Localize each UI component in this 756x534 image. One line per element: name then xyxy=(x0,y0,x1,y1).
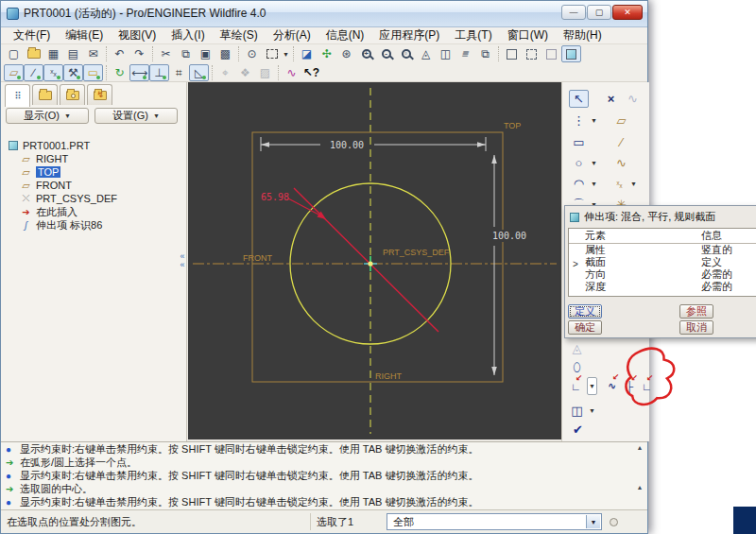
layers-icon[interactable]: ≡ xyxy=(454,45,478,62)
view-manager-icon[interactable]: ⧉ xyxy=(475,45,495,62)
tree-item-top[interactable]: ▱ TOP xyxy=(7,165,186,179)
element-row-depth[interactable]: 深度 必需的 xyxy=(569,281,756,293)
refit-icon[interactable]: ▫ xyxy=(396,45,416,62)
close-button[interactable]: ✕ xyxy=(612,5,643,20)
tab-model-tree[interactable]: ⠿ xyxy=(5,84,30,107)
menu-sketch[interactable]: 草绘(S) xyxy=(214,26,265,44)
arc-tool-icon[interactable]: ◠ xyxy=(569,175,589,193)
ok-button[interactable]: 确定 xyxy=(568,320,602,335)
tab-folder-browser[interactable] xyxy=(32,84,58,105)
menu-analysis[interactable]: 分析(A) xyxy=(266,26,318,44)
select-box-dropdown[interactable]: ▼ xyxy=(282,45,290,62)
trim-tool-dropdown[interactable]: ▼ xyxy=(587,377,597,395)
maximize-button[interactable]: ▢ xyxy=(587,5,611,20)
datum-point-dropdown[interactable]: ▼ xyxy=(628,175,639,193)
dimension-display-toggle-icon[interactable]: ⟷ xyxy=(129,64,149,81)
datum-plane-tool-icon[interactable]: ▱ xyxy=(611,112,631,129)
datum-planes-toggle-icon[interactable]: ▱ xyxy=(4,64,24,81)
refs-button[interactable]: 参照 xyxy=(679,304,713,319)
settings-button[interactable]: 设置(G)▼ xyxy=(94,108,178,124)
menu-window[interactable]: 窗口(W) xyxy=(501,26,555,44)
trim-divide-icon[interactable]: ∟↙ xyxy=(637,377,657,395)
arc-tool-dropdown[interactable]: ▼ xyxy=(589,175,599,193)
height-dimension-value[interactable]: 100.00 xyxy=(492,231,526,241)
constraint-display-toggle-icon[interactable]: ⊥ xyxy=(149,64,169,81)
spin-center-icon[interactable]: ✣ xyxy=(317,45,336,62)
menu-applications[interactable]: 应用程序(P) xyxy=(372,26,446,44)
circle-tool-icon[interactable]: ○ xyxy=(569,154,589,172)
sketch-canvas[interactable]: 100.00 100.00 65.98 TOP FRONT RIGHT PRT_… xyxy=(188,82,561,439)
find-icon[interactable]: ⊙ xyxy=(242,45,262,62)
minimize-button[interactable]: — xyxy=(561,5,586,20)
shaded-icon[interactable] xyxy=(561,45,581,62)
grid-toggle-icon[interactable]: ⌗ xyxy=(169,64,189,81)
print-icon[interactable]: ▤ xyxy=(63,45,83,62)
pick-from-list-icon[interactable]: ⊛ xyxy=(336,45,356,62)
spline-tool-icon[interactable]: ∿ xyxy=(611,154,631,172)
mirror-tool-dropdown[interactable]: ▼ xyxy=(587,402,597,420)
filter-dropdown-icon[interactable]: ▼ xyxy=(586,515,600,528)
datum-points-toggle-icon[interactable]: ˣₓ xyxy=(43,64,63,81)
reorient-icon[interactable]: ◬ xyxy=(416,45,436,62)
vertex-display-toggle-icon[interactable]: ◺ xyxy=(189,64,209,81)
rectangle-tool-icon[interactable]: ▭ xyxy=(569,133,589,151)
saved-views-icon[interactable]: ◫ xyxy=(436,45,455,62)
circle-tool-dropdown[interactable]: ▼ xyxy=(589,154,599,172)
highlighted-diagonal-line[interactable] xyxy=(294,188,438,332)
annotation-toggle-icon[interactable]: ▭ xyxy=(83,64,103,81)
tab-connections[interactable]: ↯ xyxy=(87,84,112,105)
diagonal-dimension-value[interactable]: 65.98 xyxy=(261,192,289,202)
tree-item-protrusion[interactable]: ʃ 伸出项 标识86 xyxy=(7,218,186,232)
height-dimension[interactable] xyxy=(491,155,497,375)
menu-edit[interactable]: 编辑(E) xyxy=(59,26,110,44)
paste-special-icon[interactable]: ▩ xyxy=(215,45,235,62)
datum-axis-tool-icon[interactable]: ∕ xyxy=(611,133,631,151)
delete-segment-icon[interactable]: × xyxy=(601,90,621,108)
tree-item-insert-here[interactable]: ➔ 在此插入 xyxy=(7,205,186,218)
wireframe-icon[interactable] xyxy=(502,45,522,62)
tree-item-right[interactable]: ▱ RIGHT xyxy=(7,152,186,165)
copy-icon[interactable]: ⧉ xyxy=(176,45,196,62)
trim-tool-icon[interactable]: ∟↙ xyxy=(566,377,586,395)
mirror-tool-icon[interactable]: ◫ xyxy=(567,402,587,420)
cancel-button[interactable]: 取消 xyxy=(679,320,713,335)
paste-icon[interactable]: ▣ xyxy=(196,45,215,62)
sketcher-palette-icon[interactable]: ∿ xyxy=(282,64,301,81)
show-button[interactable]: 显示(O)▼ xyxy=(6,108,89,124)
width-dimension-value[interactable]: 100.00 xyxy=(330,140,364,150)
menu-insert[interactable]: 插入(I) xyxy=(164,26,211,44)
tree-item-part[interactable]: PRT0001.PRT xyxy=(7,139,186,152)
no-hidden-icon[interactable] xyxy=(541,45,561,62)
new-icon[interactable]: ▢ xyxy=(4,45,24,62)
menu-help[interactable]: 帮助(H) xyxy=(557,26,609,44)
datum-point-tool-icon[interactable]: ˣₓ xyxy=(610,175,629,193)
select-box-icon[interactable] xyxy=(262,45,282,62)
datum-axes-toggle-icon[interactable]: ∕ xyxy=(24,64,43,81)
width-dimension[interactable] xyxy=(261,137,486,151)
tree-item-front[interactable]: ▱ FRONT xyxy=(7,179,186,192)
redo-icon[interactable]: ↷ xyxy=(129,45,149,62)
scroll-up-icon[interactable]: ▲ xyxy=(637,444,644,451)
zoom-in-icon[interactable]: + xyxy=(356,45,376,62)
zoom-out-icon[interactable]: - xyxy=(376,45,396,62)
repaint-icon[interactable]: ◪ xyxy=(297,45,317,62)
menu-file[interactable]: 文件(F) xyxy=(7,26,57,44)
menu-info[interactable]: 信息(N) xyxy=(319,26,371,44)
menu-tools[interactable]: 工具(T) xyxy=(448,26,498,44)
line-tool-dropdown[interactable]: ▼ xyxy=(589,112,599,129)
tab-favorites[interactable] xyxy=(60,84,85,105)
hidden-line-icon[interactable] xyxy=(522,45,541,62)
context-help-icon[interactable]: ↖? xyxy=(301,64,321,81)
selection-filter-dropdown[interactable]: 全部 ▼ xyxy=(387,513,602,530)
sketch-orient-icon[interactable]: ↻ xyxy=(110,64,129,81)
menu-view[interactable]: 视图(V) xyxy=(112,26,163,44)
accept-icon[interactable]: ✔ xyxy=(568,421,588,439)
cut-icon[interactable]: ✂ xyxy=(156,45,176,62)
select-arrow-icon[interactable]: ↖ xyxy=(569,90,589,108)
panel-collapse-handle[interactable]: «« xyxy=(178,252,187,269)
line-tool-icon[interactable]: ⋮ xyxy=(569,112,589,129)
open-icon[interactable] xyxy=(24,45,43,62)
save-icon[interactable]: ▦ xyxy=(43,45,63,62)
trim-delete-segment-icon[interactable]: ∿↙ xyxy=(602,377,622,395)
send-mail-icon[interactable]: ✉ xyxy=(83,45,103,62)
